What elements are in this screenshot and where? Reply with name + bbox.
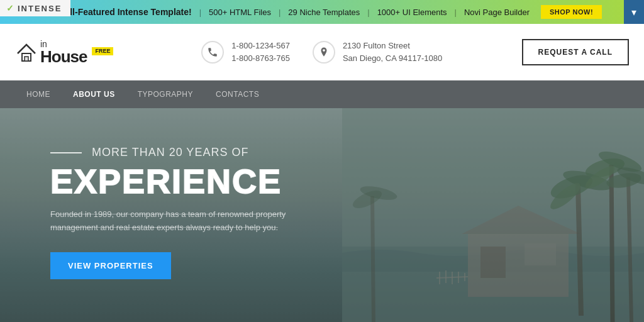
hero-description: Founded in 1989, our company has a team … bbox=[50, 208, 314, 235]
svg-rect-1 bbox=[25, 57, 28, 61]
header: in House FREE 1-800-1234-567 1-800-8763-… bbox=[0, 24, 644, 80]
view-properties-button[interactable]: VIEW PROPERTIES bbox=[50, 252, 171, 279]
contact-group: 1-800-1234-567 1-800-8763-765 2130 Fulto… bbox=[122, 40, 522, 64]
banner-feature-1: 500+ HTML Files bbox=[209, 8, 271, 17]
banner-sep-4: | bbox=[455, 8, 457, 17]
house-icon bbox=[15, 41, 38, 64]
hero-section: MORE THAN 20 YEARS OF EXPERIENCE Founded… bbox=[0, 108, 644, 322]
nav-item-about[interactable]: ABOUT US bbox=[62, 80, 126, 108]
top-banner: ✓ INTENSE Get Full-Featured Intense Temp… bbox=[0, 0, 644, 24]
banner-dropdown-button[interactable]: ▾ bbox=[624, 0, 644, 24]
nav-item-typography[interactable]: TYPOGRAPHY bbox=[126, 80, 204, 108]
hero-subtitle-line: MORE THAN 20 YEARS OF bbox=[50, 146, 594, 159]
phone-numbers: 1-800-1234-567 1-800-8763-765 bbox=[231, 40, 290, 64]
nav-item-home[interactable]: HOME bbox=[15, 80, 62, 108]
intense-label: INTENSE bbox=[18, 4, 62, 13]
banner-feature-3: 1000+ UI Elements bbox=[377, 8, 447, 17]
address-contact: 2130 Fulton Street San Diego, CA 94117-1… bbox=[313, 40, 442, 64]
hero-content: MORE THAN 20 YEARS OF EXPERIENCE Founded… bbox=[0, 108, 644, 317]
banner-feature-2: 29 Niche Templates bbox=[288, 8, 360, 17]
intense-logo: ✓ INTENSE bbox=[0, 0, 70, 16]
phone-contact: 1-800-1234-567 1-800-8763-765 bbox=[201, 40, 290, 64]
banner-sep-3: | bbox=[367, 8, 369, 17]
banner-sep-1: | bbox=[199, 8, 201, 17]
address-line-2: San Diego, CA 94117-1080 bbox=[343, 52, 442, 65]
request-call-button[interactable]: REQUEST A CALL bbox=[522, 39, 629, 65]
phone-number-2: 1-800-8763-765 bbox=[231, 52, 290, 65]
phone-number-1: 1-800-1234-567 bbox=[231, 40, 290, 52]
logo-house: House bbox=[40, 48, 87, 65]
address-lines: 2130 Fulton Street San Diego, CA 94117-1… bbox=[343, 40, 442, 64]
address-line-1: 2130 Fulton Street bbox=[343, 40, 442, 52]
phone-icon bbox=[201, 41, 224, 64]
banner-feature-4: Novi Page Builder bbox=[464, 8, 530, 17]
dropdown-chevron-icon: ▾ bbox=[631, 6, 636, 18]
hero-dash bbox=[50, 152, 82, 153]
logo-area: in House FREE bbox=[15, 40, 122, 65]
shop-now-button[interactable]: SHOP NOW! bbox=[541, 5, 602, 19]
navigation: HOME ABOUT US TYPOGRAPHY CONTACTS bbox=[0, 80, 644, 108]
intense-check-icon: ✓ bbox=[6, 3, 14, 13]
logo-text: in House FREE bbox=[40, 40, 113, 65]
nav-item-contacts[interactable]: CONTACTS bbox=[204, 80, 270, 108]
hero-subtitle: MORE THAN 20 YEARS OF bbox=[92, 146, 248, 159]
hero-title: EXPERIENCE bbox=[50, 164, 594, 198]
banner-sep-2: | bbox=[279, 8, 280, 17]
banner-text-area: Get Full-Featured Intense Template! | 50… bbox=[8, 5, 636, 19]
location-icon bbox=[313, 41, 335, 64]
logo-free-badge: FREE bbox=[92, 47, 113, 55]
